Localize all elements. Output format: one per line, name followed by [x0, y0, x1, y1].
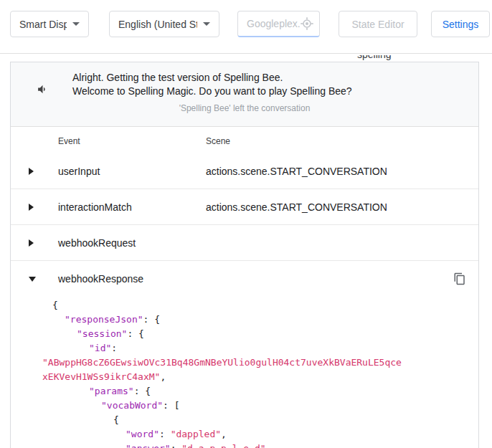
chevron-down-icon	[203, 22, 210, 26]
expander-icon[interactable]	[29, 204, 34, 211]
settings-button[interactable]: Settings	[431, 11, 490, 37]
expander-icon[interactable]	[29, 277, 36, 282]
column-header-scene: Scene	[206, 127, 230, 156]
json-line: "params": {	[42, 384, 467, 399]
json-line: "ABwppHG8cZ6GEwsiwOVc31Bq48GmNBeYUlio0gu…	[42, 356, 467, 370]
simulator-toolbar: Smart Displa... English (United Sta... S…	[0, 0, 492, 53]
chevron-down-icon	[72, 22, 80, 26]
json-viewer: {"responseJson": {"session": {"id":"ABwp…	[11, 297, 478, 448]
my-location-icon	[300, 16, 314, 31]
event-name: webhookRequest	[58, 237, 136, 249]
table-row-webhookRequest[interactable]: webhookRequest	[11, 225, 478, 261]
expander-icon[interactable]	[29, 239, 34, 247]
event-name: webhookResponse	[58, 273, 143, 285]
json-line: "responseJson": {	[42, 313, 467, 327]
speaker-icon	[37, 83, 49, 98]
scene-name: actions.scene.START_CONVERSATION	[206, 201, 387, 213]
conversation-status: 'Spelling Bee' left the conversation	[11, 103, 478, 113]
toolbar-divider	[0, 53, 492, 54]
table-row-userInput[interactable]: userInput actions.scene.START_CONVERSATI…	[11, 153, 478, 189]
locale-selector[interactable]: English (United Sta...	[109, 11, 219, 37]
json-line: {	[42, 413, 467, 427]
json-line: "id":	[42, 341, 467, 356]
state-editor-button[interactable]: State Editor	[339, 11, 417, 37]
simulator-panel: Alright. Getting the test version of Spe…	[10, 62, 479, 448]
clipped-text-fragment: spelling	[357, 55, 422, 61]
copy-button[interactable]	[451, 270, 468, 287]
event-name: userInput	[58, 166, 100, 177]
event-table-body: userInput actions.scene.START_CONVERSATI…	[11, 153, 478, 297]
column-header-event: Event	[58, 127, 80, 156]
json-line: {	[42, 298, 467, 313]
event-name: interactionMatch	[58, 201, 132, 213]
message-line: Alright. Getting the test version of Spe…	[72, 71, 478, 85]
json-line: "vocabWord": [	[42, 399, 467, 413]
message-line: Welcome to Spelling Magic. Do you want t…	[72, 85, 478, 98]
location-field[interactable]	[237, 11, 320, 37]
device-selector-label: Smart Displa...	[19, 19, 67, 30]
location-input[interactable]	[247, 18, 300, 29]
assistant-message: Alright. Getting the test version of Spe…	[11, 62, 478, 127]
scene-name: actions.scene.START_CONVERSATION	[206, 166, 387, 177]
message-text: Alright. Getting the test version of Spe…	[72, 62, 478, 98]
locale-selector-label: English (United Sta...	[118, 19, 197, 30]
json-line: xEKVevH1WSs9ikrC4axM",	[42, 370, 467, 384]
json-line: "session": {	[42, 327, 467, 341]
device-selector[interactable]: Smart Displa...	[10, 11, 89, 37]
event-table-header: Event Scene	[11, 127, 478, 153]
table-row-interactionMatch[interactable]: interactionMatch actions.scene.START_CON…	[11, 189, 478, 225]
copy-icon	[453, 272, 466, 285]
json-line: "answer": "d.a.p.p.l.e.d"	[42, 442, 467, 448]
expander-icon[interactable]	[29, 168, 34, 175]
json-line: "word": "dappled",	[42, 427, 467, 442]
table-row-webhookResponse[interactable]: webhookResponse	[11, 261, 478, 297]
